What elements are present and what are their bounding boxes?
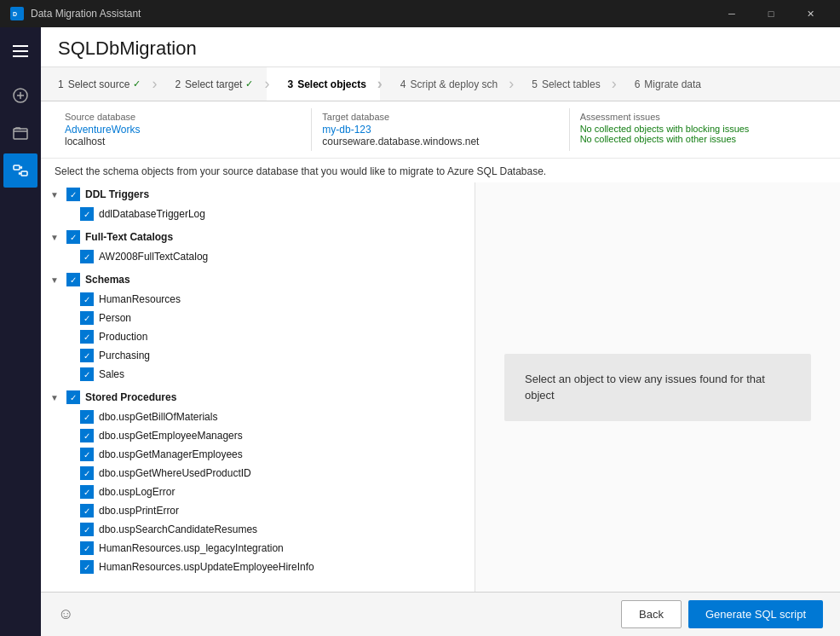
ddl-triggers-checkbox[interactable] bbox=[66, 188, 80, 201]
sch-5-label: Sales bbox=[99, 368, 124, 380]
sch-5-checkbox[interactable] bbox=[80, 367, 94, 381]
generate-sql-button[interactable]: Generate SQL script bbox=[688, 600, 823, 628]
list-item[interactable]: HumanResources bbox=[75, 290, 475, 309]
svg-rect-7 bbox=[21, 171, 27, 176]
sp-3-checkbox[interactable] bbox=[80, 448, 94, 461]
group-ftc-header[interactable]: ▼ Full-Text Catalogs bbox=[41, 227, 475, 247]
sp-2-label: dbo.uspGetEmployeeManagers bbox=[99, 430, 243, 442]
app-icon: D bbox=[10, 7, 24, 20]
app-header: SQLDbMigration bbox=[41, 27, 840, 67]
sp-children: dbo.uspGetBillOfMaterials dbo.uspGetEmpl… bbox=[41, 408, 475, 576]
group-ddl-triggers: ▼ DDL Triggers ddlDatabaseTriggerLog bbox=[41, 182, 475, 225]
list-item[interactable]: HumanResources.usp_legacyIntegration bbox=[75, 539, 475, 558]
ftc-child-1-checkbox[interactable] bbox=[80, 250, 94, 263]
list-item[interactable]: Sales bbox=[75, 365, 475, 384]
step-4[interactable]: 4 Script & deploy sch › bbox=[380, 67, 511, 101]
sp-checkbox[interactable] bbox=[66, 390, 80, 404]
step-1[interactable]: 1 Select source ✓ › bbox=[41, 67, 154, 101]
tree-panel[interactable]: ▼ DDL Triggers ddlDatabaseTriggerLog bbox=[41, 182, 475, 592]
group-schemas-header[interactable]: ▼ Schemas bbox=[41, 269, 475, 290]
minimize-button[interactable]: ─ bbox=[712, 0, 751, 27]
sp-7-label: dbo.uspSearchCandidateResumes bbox=[99, 523, 257, 535]
maximize-button[interactable]: □ bbox=[751, 0, 791, 27]
back-button[interactable]: Back bbox=[621, 600, 682, 628]
group-ddl-triggers-header[interactable]: ▼ DDL Triggers bbox=[41, 184, 475, 205]
schemas-expand-icon[interactable]: ▼ bbox=[48, 275, 61, 285]
list-item[interactable]: dbo.uspGetBillOfMaterials bbox=[75, 408, 475, 426]
step-3-arrow: › bbox=[371, 67, 388, 101]
list-item[interactable]: dbo.uspGetManagerEmployees bbox=[75, 445, 475, 464]
sch-3-label: Production bbox=[99, 331, 147, 343]
right-panel: Select an object to view any issues foun… bbox=[475, 182, 840, 592]
title-bar-controls: ─ □ ✕ bbox=[712, 0, 830, 27]
sp-5-checkbox[interactable] bbox=[80, 485, 94, 499]
content-area: SQLDbMigration 1 Select source ✓ › 2 Sel… bbox=[41, 27, 840, 636]
target-db-name[interactable]: my-db-123 bbox=[322, 124, 558, 136]
ddl-expand-icon[interactable]: ▼ bbox=[48, 190, 61, 199]
sp-6-label: dbo.uspPrintError bbox=[99, 505, 179, 517]
step-5-num: 5 bbox=[532, 78, 538, 90]
group-stored-procedures: ▼ Stored Procedures dbo.uspGetBillOfMate… bbox=[41, 385, 475, 578]
sp-4-checkbox[interactable] bbox=[80, 466, 94, 480]
close-button[interactable]: ✕ bbox=[791, 0, 830, 27]
step-3[interactable]: 3 Select objects › bbox=[267, 67, 379, 101]
list-item[interactable]: dbo.uspLogError bbox=[75, 483, 475, 501]
list-item[interactable]: dbo.uspSearchCandidateResumes bbox=[75, 520, 475, 539]
list-item[interactable]: Production bbox=[75, 327, 475, 346]
sidebar-item-migrate[interactable] bbox=[3, 153, 37, 188]
sidebar-item-new[interactable] bbox=[3, 78, 37, 113]
step-4-label: Script & deploy sch bbox=[411, 78, 498, 90]
ftc-child-1-label: AW2008FullTextCatalog bbox=[99, 251, 208, 263]
ddl-child-1-checkbox[interactable] bbox=[80, 207, 94, 221]
source-db-label: Source database bbox=[65, 112, 301, 122]
sp-1-checkbox[interactable] bbox=[80, 410, 94, 424]
hamburger-menu[interactable] bbox=[3, 34, 37, 68]
footer-right: Back Generate SQL script bbox=[621, 600, 823, 628]
ftc-expand-icon[interactable]: ▼ bbox=[48, 233, 61, 242]
list-item[interactable]: HumanResources.uspUpdateEmployeeHireInfo bbox=[75, 558, 475, 576]
sp-6-checkbox[interactable] bbox=[80, 504, 94, 517]
sp-9-checkbox[interactable] bbox=[80, 560, 94, 574]
step-2[interactable]: 2 Select target ✓ › bbox=[154, 67, 267, 101]
feedback-icon[interactable]: ☺ bbox=[58, 605, 73, 623]
list-item[interactable]: Purchasing bbox=[75, 346, 475, 365]
sch-1-checkbox[interactable] bbox=[80, 292, 94, 306]
list-item[interactable]: ddlDatabaseTriggerLog bbox=[75, 205, 475, 223]
step-2-num: 2 bbox=[175, 78, 181, 90]
sp-3-label: dbo.uspGetManagerEmployees bbox=[99, 448, 243, 460]
schemas-checkbox[interactable] bbox=[66, 273, 80, 286]
sch-2-checkbox[interactable] bbox=[80, 311, 94, 325]
list-item[interactable]: dbo.uspGetWhereUsedProductID bbox=[75, 464, 475, 483]
source-db-name[interactable]: AdventureWorks bbox=[65, 124, 301, 136]
ftc-checkbox[interactable] bbox=[66, 230, 80, 244]
sp-8-checkbox[interactable] bbox=[80, 541, 94, 555]
list-item[interactable]: AW2008FullTextCatalog bbox=[75, 247, 475, 266]
source-db-col: Source database AdventureWorks localhost bbox=[55, 108, 312, 151]
sp-expand-icon[interactable]: ▼ bbox=[48, 393, 61, 402]
group-schemas: ▼ Schemas HumanResources Person bbox=[41, 268, 475, 385]
step-5-label: Select tables bbox=[542, 78, 601, 90]
step-6[interactable]: 6 Migrate data bbox=[614, 67, 715, 101]
list-item[interactable]: dbo.uspGetEmployeeManagers bbox=[75, 426, 475, 445]
sch-3-checkbox[interactable] bbox=[80, 330, 94, 344]
title-bar-text: Data Migration Assistant bbox=[31, 8, 705, 20]
sp-1-label: dbo.uspGetBillOfMaterials bbox=[99, 411, 217, 423]
footer: ☺ Back Generate SQL script bbox=[41, 592, 840, 636]
group-sp-header[interactable]: ▼ Stored Procedures bbox=[41, 387, 475, 408]
sch-4-label: Purchasing bbox=[99, 350, 150, 361]
group-full-text-catalogs: ▼ Full-Text Catalogs AW2008FullTextCatal… bbox=[41, 225, 475, 268]
sp-7-checkbox[interactable] bbox=[80, 523, 94, 536]
list-item[interactable]: dbo.uspPrintError bbox=[75, 501, 475, 520]
ddl-triggers-children: ddlDatabaseTriggerLog bbox=[41, 205, 475, 223]
list-item[interactable]: Person bbox=[75, 309, 475, 327]
step-3-label: Select objects bbox=[297, 78, 366, 90]
step-1-num: 1 bbox=[58, 78, 64, 90]
sch-4-checkbox[interactable] bbox=[80, 349, 94, 362]
sidebar-item-folder[interactable] bbox=[3, 116, 37, 150]
step-6-num: 6 bbox=[635, 78, 641, 90]
sp-5-label: dbo.uspLogError bbox=[99, 486, 175, 498]
source-db-host: localhost bbox=[65, 136, 301, 147]
step-2-check: ✓ bbox=[245, 78, 253, 90]
step-5[interactable]: 5 Select tables › bbox=[511, 67, 613, 101]
sp-2-checkbox[interactable] bbox=[80, 429, 94, 442]
